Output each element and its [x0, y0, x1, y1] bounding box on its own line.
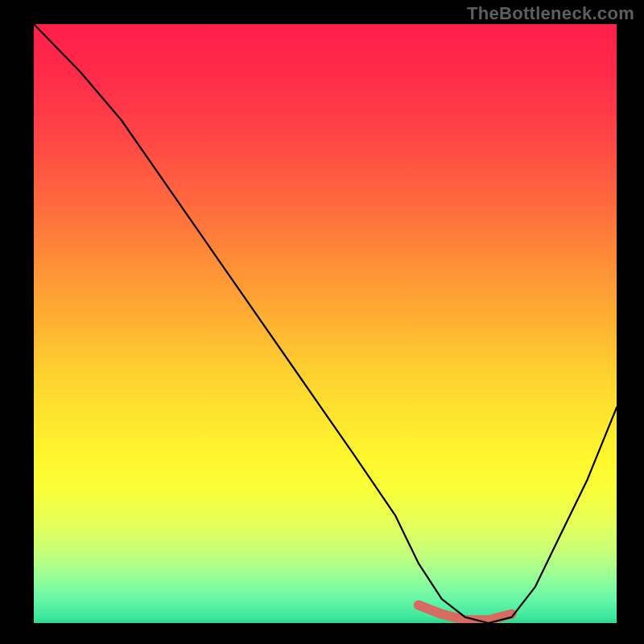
- watermark-text: TheBottleneck.com: [467, 3, 634, 24]
- curve-layer: [34, 24, 617, 623]
- chart-frame: TheBottleneck.com: [0, 0, 644, 644]
- plot-area: [34, 24, 617, 623]
- bottleneck-curve: [34, 24, 617, 623]
